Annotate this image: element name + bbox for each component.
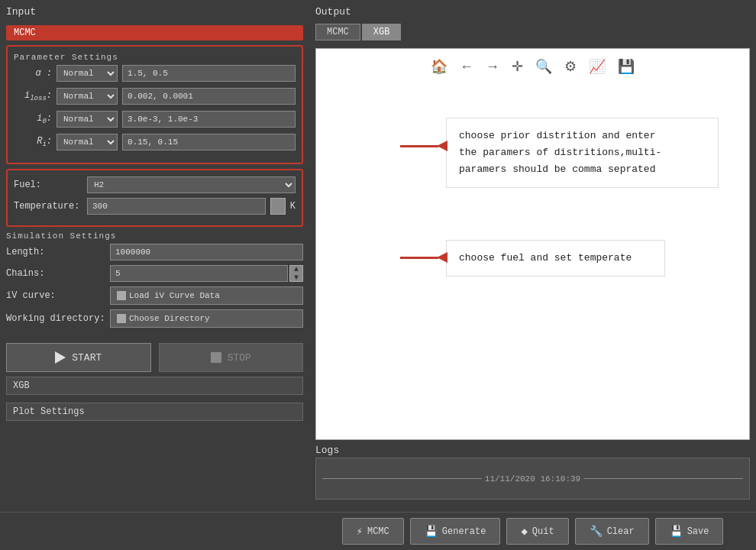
- instruction-text-1: choose prior distrition and enter: [459, 130, 655, 141]
- param-select-ri[interactable]: Normal Uniform: [57, 134, 118, 150]
- sim-length-input[interactable]: [110, 244, 303, 260]
- sim-iv-label: iV curve:: [6, 290, 105, 301]
- param-settings-title: Parameter Settings: [14, 53, 296, 62]
- chart-back-button[interactable]: ←: [457, 56, 477, 78]
- mcmc-label: MCMC: [367, 526, 389, 537]
- chains-scroll[interactable]: ▲▼: [289, 265, 303, 282]
- action-row: START STOP: [6, 343, 303, 372]
- sim-chains-input[interactable]: [110, 265, 288, 282]
- fuel-temp-box: Fuel: H2 CH4 Temperature: K: [6, 169, 303, 227]
- clear-button[interactable]: 🔧 Clear: [575, 518, 649, 545]
- save-label: Save: [687, 526, 709, 537]
- input-label: Input: [6, 6, 303, 18]
- output-tab-bar: MCMC XGB: [315, 24, 750, 40]
- param-label-iloss: iloss:: [14, 90, 52, 102]
- quit-label: Quit: [532, 526, 554, 537]
- parameter-settings-box: Parameter Settings α : Normal Uniform il…: [6, 45, 303, 164]
- bottom-bar: ⚡ MCMC 💾 Generate ◆ Quit 🔧 Clear 💾 Save: [0, 512, 756, 550]
- annotation-lower: choose fuel and set temperate: [446, 240, 665, 277]
- lightning-icon: ⚡: [357, 525, 363, 538]
- sim-length-row: Length:: [6, 244, 303, 260]
- sim-dir-label: Working directory:: [6, 313, 105, 324]
- generate-icon: 💾: [425, 525, 438, 538]
- param-row-iloss: iloss: Normal Uniform: [14, 88, 296, 105]
- arrow-lower: [400, 252, 447, 263]
- mcmc-button[interactable]: ⚡ MCMC: [342, 518, 404, 545]
- instruction-text-2: the paramers of distritions,multi-: [459, 147, 661, 158]
- chart-curve-button[interactable]: 📈: [586, 55, 609, 78]
- param-label-i0: i0:: [14, 113, 52, 125]
- log-line: 11/11/2020 16:10:39: [322, 474, 743, 484]
- clear-icon: 🔧: [590, 525, 603, 538]
- chart-forward-button[interactable]: →: [483, 56, 502, 78]
- save-icon: 💾: [670, 525, 683, 538]
- generate-label: Generate: [442, 526, 486, 537]
- temp-label: Temperature:: [14, 201, 82, 212]
- temp-input[interactable]: [87, 198, 266, 215]
- tab-mcmc[interactable]: MCMC: [315, 24, 360, 40]
- chains-wrapper: ▲▼: [110, 265, 303, 282]
- fuel-select[interactable]: H2 CH4: [87, 176, 296, 193]
- sim-chains-row: Chains: ▲▼: [6, 265, 303, 282]
- param-select-iloss[interactable]: Normal Uniform: [57, 88, 118, 105]
- log-timestamp: 11/11/2020 16:10:39: [485, 474, 580, 484]
- simulation-settings-box: Simulation Settings Length: Chains: ▲▼ i…: [6, 231, 303, 332]
- load-iv-icon: [117, 291, 126, 300]
- chart-toolbar: 🏠 ← → ✛ 🔍 ⚙ 📈 💾: [428, 55, 638, 78]
- instruction-text-3: paramers should be comma seprated: [459, 163, 655, 175]
- param-select-i0[interactable]: Normal Uniform: [57, 111, 118, 128]
- save-button[interactable]: 💾 Save: [655, 518, 724, 545]
- clear-label: Clear: [607, 526, 635, 537]
- chart-save-button[interactable]: 💾: [615, 55, 638, 78]
- sim-iv-row: iV curve: Load iV Curve Data: [6, 286, 303, 305]
- left-tab[interactable]: MCMC: [6, 25, 303, 40]
- output-label: Output: [315, 6, 750, 18]
- logs-area: 11/11/2020 16:10:39: [315, 458, 750, 500]
- chart-settings-button[interactable]: ⚙: [561, 55, 580, 78]
- stop-icon: [211, 352, 221, 363]
- annotation-upper: choose prior distrition and enter the pa…: [446, 118, 719, 188]
- param-input-i0[interactable]: [122, 111, 296, 128]
- start-button[interactable]: START: [6, 343, 151, 372]
- right-panel: Output MCMC XGB 🏠 ← → ✛ 🔍 ⚙ 📈 💾: [309, 0, 756, 512]
- left-panel: Input MCMC Parameter Settings α : Normal…: [0, 0, 309, 512]
- param-label-ri: Ri:: [14, 136, 52, 148]
- bottom-right: ⚡ MCMC 💾 Generate ◆ Quit 🔧 Clear 💾 Save: [309, 513, 756, 550]
- stop-label: STOP: [228, 352, 251, 364]
- chart-instructions: choose prior distrition and enter the pa…: [339, 95, 726, 424]
- start-label: START: [72, 352, 102, 364]
- fuel-row: Fuel: H2 CH4: [14, 176, 296, 193]
- param-label-alpha: α :: [14, 68, 52, 79]
- sim-dir-row: Working directory: Choose Directory: [6, 309, 303, 328]
- logs-label: Logs: [315, 445, 750, 456]
- load-iv-button[interactable]: Load iV Curve Data: [110, 286, 303, 305]
- log-divider-left: [322, 478, 482, 479]
- param-input-ri[interactable]: [122, 134, 296, 150]
- param-select-alpha[interactable]: Normal Uniform: [57, 65, 118, 82]
- chart-home-button[interactable]: 🏠: [428, 55, 451, 78]
- param-input-alpha[interactable]: [122, 65, 296, 82]
- tab-xgb[interactable]: XGB: [362, 24, 402, 40]
- plot-settings-box: Plot Settings: [6, 403, 303, 421]
- stop-button[interactable]: STOP: [159, 343, 304, 372]
- bottom-left: [0, 513, 309, 550]
- load-iv-label: Load iV Curve Data: [129, 291, 220, 300]
- param-input-iloss[interactable]: [122, 88, 296, 105]
- instruction-text-4: choose fuel and set temperate: [459, 252, 632, 264]
- param-row-ri: Ri: Normal Uniform: [14, 134, 296, 150]
- temp-slider[interactable]: [270, 198, 286, 215]
- play-icon: [55, 351, 66, 364]
- chart-zoom-button[interactable]: 🔍: [532, 55, 555, 78]
- generate-button[interactable]: 💾 Generate: [410, 518, 501, 545]
- quit-button[interactable]: ◆ Quit: [506, 518, 568, 545]
- chart-pan-button[interactable]: ✛: [509, 55, 526, 78]
- choose-directory-button[interactable]: Choose Directory: [110, 309, 303, 328]
- arrow-upper: [400, 141, 447, 151]
- sim-length-label: Length:: [6, 247, 105, 257]
- sim-chains-label: Chains:: [6, 268, 105, 279]
- temp-unit: K: [290, 201, 296, 212]
- temp-row: Temperature: K: [14, 198, 296, 215]
- folder-icon: [117, 314, 126, 323]
- chart-area: 🏠 ← → ✛ 🔍 ⚙ 📈 💾 choose prior distrition …: [315, 48, 750, 440]
- log-divider-right: [583, 478, 743, 479]
